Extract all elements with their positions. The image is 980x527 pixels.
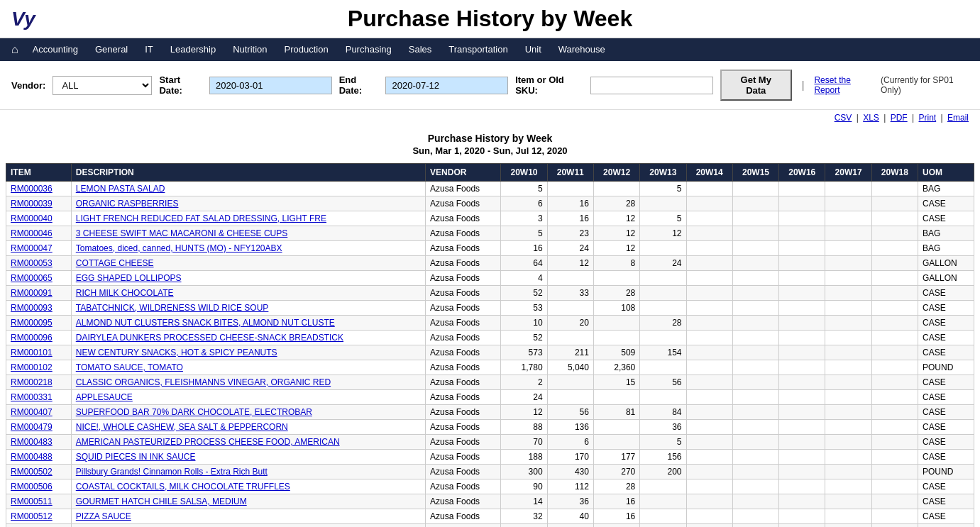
col-20w14: 20W14 [686, 164, 732, 182]
export-xls[interactable]: XLS [863, 113, 879, 123]
item-id-link[interactable]: RM000407 [11, 407, 53, 417]
logo: Vy [11, 8, 68, 30]
col-20w17: 20W17 [825, 164, 871, 182]
item-id-link[interactable]: RM000331 [11, 392, 53, 402]
item-desc-link[interactable]: RICH MILK CHOCOLATE [76, 288, 174, 298]
filter-separator: | [802, 79, 805, 91]
item-id-link[interactable]: RM000036 [11, 184, 53, 194]
item-id-link[interactable]: RM000101 [11, 348, 53, 357]
export-csv[interactable]: CSV [835, 113, 852, 123]
item-id-link[interactable]: RM000047 [11, 243, 53, 253]
item-id-link[interactable]: RM000040 [11, 213, 53, 223]
item-id-link[interactable]: RM000053 [11, 258, 53, 268]
item-desc-link[interactable]: COTTAGE CHEESE [76, 258, 154, 268]
export-pdf[interactable]: PDF [891, 113, 908, 123]
export-print[interactable]: Print [918, 113, 936, 123]
nav-sales[interactable]: Sales [400, 38, 441, 61]
vendor-select[interactable]: ALL [53, 76, 152, 95]
nav-warehouse[interactable]: Warehouse [550, 38, 614, 61]
export-bar: CSV | XLS | PDF | Print | Email [0, 110, 980, 126]
item-id-link[interactable]: RM000039 [11, 199, 53, 209]
item-desc-link[interactable]: CLASSIC ORGANICS, FLEISHMANNS VINEGAR, O… [76, 377, 331, 387]
item-desc-link[interactable]: LIGHT FRENCH REDUCED FAT SALAD DRESSING,… [76, 213, 326, 223]
start-date-label: Start Date: [159, 74, 202, 96]
table-row: RM0000463 CHEESE SWIFT MAC MACARONI & CH… [6, 226, 974, 241]
table-row: RM000102TOMATO SAUCE, TOMATOAzusa Foods1… [6, 360, 974, 375]
item-desc-link[interactable]: APPLESAUCE [76, 392, 133, 402]
nav-it[interactable]: IT [136, 38, 162, 61]
col-20w10: 20W10 [501, 164, 547, 182]
table-row: RM000065EGG SHAPED LOLLIPOPSAzusa Foods4… [6, 271, 974, 286]
table-row: RM000040LIGHT FRENCH REDUCED FAT SALAD D… [6, 211, 974, 226]
page-title: Purchase History by Week [68, 6, 912, 32]
end-date-input[interactable] [385, 77, 508, 94]
col-20w15: 20W15 [732, 164, 778, 182]
col-20w16: 20W16 [779, 164, 825, 182]
item-desc-link[interactable]: AMERICAN PASTEURIZED PROCESS CHEESE FOOD… [76, 437, 340, 447]
table-row: RM000096DAIRYLEA DUNKERS PROCESSED CHEES… [6, 331, 974, 345]
col-20w13: 20W13 [640, 164, 686, 182]
item-desc-link[interactable]: NICE!, WHOLE CASHEW, SEA SALT & PEPPERCO… [76, 422, 288, 432]
item-id-link[interactable]: RM000506 [11, 482, 53, 492]
data-table-wrapper: ITEM DESCRIPTION VENDOR 20W10 20W11 20W1… [0, 163, 980, 527]
item-desc-link[interactable]: 3 CHEESE SWIFT MAC MACARONI & CHEESE CUP… [76, 228, 288, 238]
nav-accounting[interactable]: Accounting [24, 38, 87, 61]
item-id-link[interactable]: RM000218 [11, 377, 53, 387]
nav-leadership[interactable]: Leadership [162, 38, 224, 61]
item-desc-link[interactable]: ORGANIC RASPBERRIES [76, 199, 179, 209]
filter-bar: Vendor: ALL Start Date: End Date: Item o… [0, 61, 980, 110]
item-desc-link[interactable]: GOURMET HATCH CHILE SALSA, MEDIUM [76, 497, 247, 506]
item-id-link[interactable]: RM000479 [11, 422, 53, 432]
item-desc-link[interactable]: LEMON PASTA SALAD [76, 184, 165, 194]
sku-input[interactable] [590, 77, 713, 94]
col-item: ITEM [6, 164, 72, 182]
nav-purchasing[interactable]: Purchasing [337, 38, 400, 61]
item-desc-link[interactable]: DAIRYLEA DUNKERS PROCESSED CHEESE-SNACK … [76, 333, 343, 343]
item-id-link[interactable]: RM000511 [11, 497, 53, 506]
table-row: RM000091RICH MILK CHOCOLATEAzusa Foods52… [6, 286, 974, 301]
item-desc-link[interactable]: Tomatoes, diced, canned, HUNTS (MO) - NF… [76, 243, 282, 253]
item-id-link[interactable]: RM000095 [11, 318, 53, 328]
item-desc-link[interactable]: SQUID PIECES IN INK SAUCE [76, 452, 196, 462]
home-icon[interactable]: ⌂ [6, 43, 24, 56]
item-id-link[interactable]: RM000093 [11, 303, 53, 313]
item-desc-link[interactable]: TOMATO SAUCE, TOMATO [76, 362, 183, 372]
item-desc-link[interactable]: NEW CENTURY SNACKS, HOT & SPICY PEANUTS [76, 348, 277, 357]
nav-transportation[interactable]: Transportation [440, 38, 516, 61]
table-row: RM000506COASTAL COCKTAILS, MILK CHOCOLAT… [6, 479, 974, 494]
item-id-link[interactable]: RM000102 [11, 362, 53, 372]
nav-production[interactable]: Production [276, 38, 337, 61]
start-date-input[interactable] [209, 77, 332, 94]
col-vendor: VENDOR [426, 164, 501, 182]
vendor-label: Vendor: [11, 80, 45, 91]
nav-unit[interactable]: Unit [517, 38, 550, 61]
nav-general[interactable]: General [87, 38, 136, 61]
table-row: RM000093TABATCHNICK, WILDRENESS WILD RIC… [6, 301, 974, 316]
get-data-button[interactable]: Get My Data [720, 70, 792, 101]
col-20w18: 20W18 [871, 164, 918, 182]
item-id-link[interactable]: RM000096 [11, 333, 53, 343]
item-id-link[interactable]: RM000483 [11, 437, 53, 447]
table-row: RM000039ORGANIC RASPBERRIESAzusa Foods61… [6, 196, 974, 211]
item-desc-link[interactable]: COASTAL COCKTAILS, MILK CHOCOLATE TRUFFL… [76, 482, 290, 492]
report-subtitle: Sun, Mar 1, 2020 - Sun, Jul 12, 2020 [0, 145, 980, 156]
item-id-link[interactable]: RM000488 [11, 452, 53, 462]
item-id-link[interactable]: RM000046 [11, 228, 53, 238]
item-id-link[interactable]: RM000065 [11, 273, 53, 283]
table-row: RM000483AMERICAN PASTEURIZED PROCESS CHE… [6, 435, 974, 450]
item-id-link[interactable]: RM000502 [11, 467, 53, 477]
item-desc-link[interactable]: TABATCHNICK, WILDRENESS WILD RICE SOUP [76, 303, 269, 313]
export-email[interactable]: Email [947, 113, 969, 123]
item-desc-link[interactable]: EGG SHAPED LOLLIPOPS [76, 273, 182, 283]
reset-report-link[interactable]: Reset the Report [814, 75, 874, 95]
item-desc-link[interactable]: ALMOND NUT CLUSTERS SNACK BITES, ALMOND … [76, 318, 335, 328]
item-desc-link[interactable]: PIZZA SAUCE [76, 511, 131, 521]
table-row: RM000331APPLESAUCEAzusa Foods24CASE [6, 390, 974, 405]
item-id-link[interactable]: RM000091 [11, 288, 53, 298]
nav-nutrition[interactable]: Nutrition [224, 38, 275, 61]
purchase-history-table: ITEM DESCRIPTION VENDOR 20W10 20W11 20W1… [6, 163, 974, 527]
table-row: RM000502Pillsbury Grands! Cinnamon Rolls… [6, 465, 974, 479]
item-desc-link[interactable]: Pillsbury Grands! Cinnamon Rolls - Extra… [76, 467, 268, 477]
item-desc-link[interactable]: SUPERFOOD BAR 70% DARK CHOCOLATE, ELECTR… [76, 407, 312, 417]
item-id-link[interactable]: RM000512 [11, 511, 53, 521]
